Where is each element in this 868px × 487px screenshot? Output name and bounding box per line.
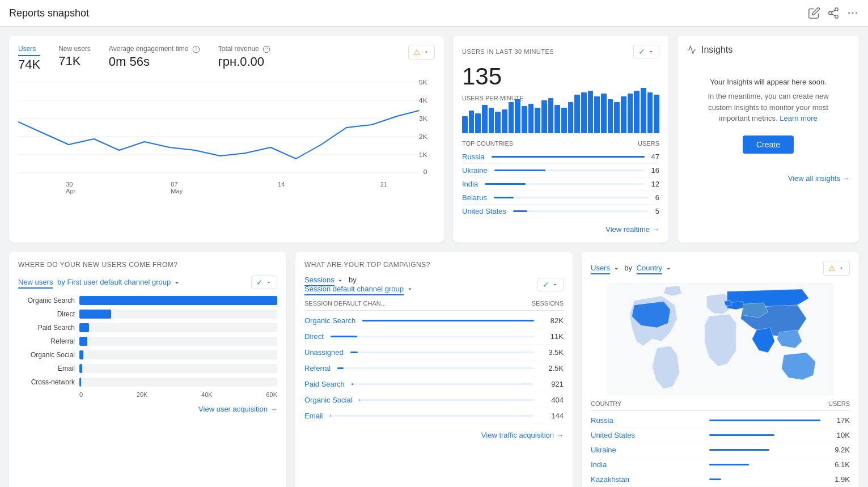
geo-bar bbox=[709, 460, 821, 469]
geo-subheader: Users by Country ⚠ bbox=[591, 261, 850, 276]
realtime-bar bbox=[641, 88, 646, 133]
country-row: Russia 47 bbox=[462, 150, 659, 164]
country-col-header: COUNTRY bbox=[591, 400, 621, 407]
new-users-metric: New users 71K bbox=[58, 45, 91, 69]
check-icon: ✓ bbox=[638, 47, 645, 56]
users-col-header: USERS bbox=[828, 400, 850, 407]
more-icon[interactable] bbox=[846, 7, 859, 19]
svg-point-5 bbox=[848, 12, 850, 14]
share-icon[interactable] bbox=[827, 7, 840, 19]
hbar-fill bbox=[79, 323, 89, 332]
view-traffic-acq-link[interactable]: View traffic acquisition → bbox=[304, 431, 564, 439]
country-name[interactable]: India bbox=[462, 180, 478, 188]
acq-check-badge[interactable]: ✓ bbox=[251, 276, 277, 289]
warning-badge[interactable]: ⚠ bbox=[408, 45, 435, 60]
realtime-bar bbox=[548, 98, 554, 133]
session-name[interactable]: Organic Search bbox=[304, 316, 355, 325]
session-value: 144 bbox=[541, 412, 564, 420]
dropdown-icon-camp2[interactable] bbox=[406, 285, 414, 293]
users-label[interactable]: Users bbox=[18, 45, 40, 56]
total-revenue-label: Total revenue ? bbox=[218, 45, 270, 53]
top-row: Users 74K New users 71K Average engageme… bbox=[9, 36, 859, 243]
geo-bar-fill bbox=[709, 449, 769, 451]
session-name[interactable]: Direct bbox=[304, 332, 324, 341]
svg-line-4 bbox=[832, 10, 835, 12]
session-row: Referral 2.5K bbox=[304, 361, 564, 376]
hbar-fill bbox=[79, 350, 83, 359]
country-row: United States 5 bbox=[462, 205, 659, 218]
session-name[interactable]: Paid Search bbox=[304, 380, 345, 388]
geo-warning-badge[interactable]: ⚠ bbox=[823, 261, 850, 276]
edit-icon[interactable] bbox=[808, 7, 820, 19]
hbar-axis: 0 20K 40K 60K bbox=[18, 391, 277, 398]
hbar-row: Organic Search bbox=[18, 296, 277, 305]
dropdown-icon-geo2[interactable] bbox=[664, 265, 672, 273]
session-value: 2.5K bbox=[541, 364, 564, 372]
view-realtime-link[interactable]: View realtime → bbox=[462, 225, 659, 234]
horizontal-bar-chart: Organic Search Direct Paid Search Referr… bbox=[18, 296, 277, 387]
session-bar-container bbox=[350, 352, 534, 353]
session-name[interactable]: Organic Social bbox=[304, 396, 353, 404]
line-chart: 5K 4K 3K 2K 1K 0 bbox=[18, 77, 435, 179]
page-header: Reports snapshot bbox=[0, 0, 868, 27]
total-revenue-metric: Total revenue ? грн.0.00 bbox=[218, 45, 270, 69]
geo-country-name[interactable]: United States bbox=[591, 431, 702, 439]
new-users-label: New users bbox=[58, 45, 91, 53]
realtime-bar bbox=[614, 102, 620, 133]
view-user-acq-link[interactable]: View user acquisition → bbox=[18, 405, 277, 413]
user-acq-subheader: New users by First user default channel … bbox=[18, 276, 277, 289]
geo-country-name[interactable]: Ukraine bbox=[591, 446, 702, 454]
country-bar-container bbox=[492, 156, 645, 158]
page-title: Reports snapshot bbox=[9, 7, 89, 19]
geo-country-name[interactable]: Kazakhstan bbox=[591, 475, 702, 484]
hbar-fill bbox=[79, 378, 81, 387]
country-name[interactable]: United States bbox=[462, 207, 506, 215]
view-all-insights-link[interactable]: View all insights → bbox=[687, 174, 850, 183]
session-name[interactable]: Referral bbox=[304, 364, 331, 372]
insights-title: Insights bbox=[701, 45, 732, 55]
create-button[interactable]: Create bbox=[743, 135, 794, 154]
svg-point-2 bbox=[835, 15, 839, 18]
country-name[interactable]: Russia bbox=[462, 153, 485, 161]
insights-empty-title: Your Insights will appear here soon. bbox=[696, 78, 841, 86]
hbar-container bbox=[79, 323, 277, 332]
dropdown-icon-4 bbox=[552, 281, 558, 288]
dropdown-icon-camp[interactable] bbox=[336, 277, 344, 285]
session-bar-container bbox=[337, 367, 534, 369]
campaigns-section-title: WHAT ARE YOUR TOP CAMPAIGNS? bbox=[304, 261, 564, 269]
realtime-check-badge[interactable]: ✓ bbox=[633, 45, 659, 58]
geo-country-name[interactable]: Russia bbox=[591, 416, 702, 425]
user-acq-title: New users by First user default channel … bbox=[18, 278, 181, 287]
hbar-label: Email bbox=[18, 365, 75, 372]
session-name[interactable]: Email bbox=[304, 412, 323, 420]
geo-country-name[interactable]: India bbox=[591, 460, 702, 469]
hbar-row: Paid Search bbox=[18, 323, 277, 332]
dropdown-icon-geo[interactable] bbox=[612, 265, 620, 273]
svg-line-3 bbox=[832, 14, 835, 16]
geo-card: Users by Country ⚠ bbox=[582, 252, 859, 487]
session-bar bbox=[330, 415, 331, 417]
geo-bar bbox=[709, 431, 821, 439]
session-channel-col: SESSION DEFAULT CHAN... bbox=[304, 300, 386, 307]
learn-more-link[interactable]: Learn more bbox=[780, 114, 817, 122]
country-name[interactable]: Belarus bbox=[462, 193, 487, 202]
insights-icon bbox=[687, 45, 697, 55]
geo-bar bbox=[709, 475, 821, 484]
dropdown-icon-acq[interactable] bbox=[173, 279, 181, 287]
hbar-fill bbox=[79, 364, 82, 373]
camp-check-badge[interactable]: ✓ bbox=[537, 278, 564, 291]
geo-users-val: 17K bbox=[827, 416, 850, 425]
session-name[interactable]: Unassigned bbox=[304, 348, 344, 357]
svg-point-1 bbox=[829, 11, 832, 15]
geo-row: Ukraine 9.2K bbox=[591, 443, 850, 458]
hbar-label: Organic Social bbox=[18, 351, 75, 359]
bottom-row: WHERE DO YOUR NEW USERS COME FROM? New u… bbox=[9, 252, 859, 487]
geo-bar bbox=[709, 446, 821, 454]
dashboard: Users 74K New users 71K Average engageme… bbox=[0, 27, 868, 487]
sessions-col: SESSIONS bbox=[532, 300, 564, 307]
country-name[interactable]: Ukraine bbox=[462, 166, 488, 175]
hbar-fill bbox=[79, 296, 277, 305]
country-bar bbox=[513, 210, 527, 212]
avg-engagement-value: 0m 56s bbox=[109, 54, 200, 69]
avg-engagement-label: Average engagement time ? bbox=[109, 45, 200, 53]
